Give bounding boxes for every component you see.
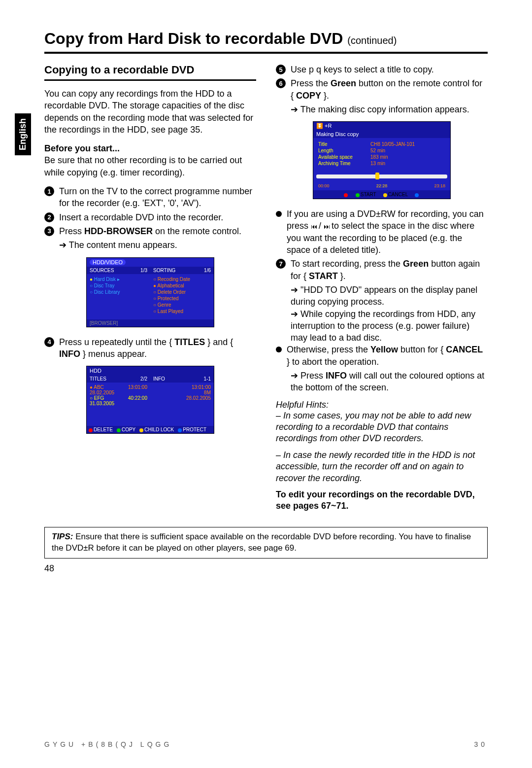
- bullet-cancel-result: Press INFO will call out the coloured op…: [291, 370, 488, 394]
- bullet-cancel: Otherwise, press the Yellow button for {…: [276, 344, 488, 368]
- footer-left: GYGU +B(8B(QJ LQGG: [44, 740, 172, 748]
- hint-1: – In some cases, you may not be able to …: [276, 410, 488, 445]
- step-3: 3 Press HDD-BROWSER on the remote contro…: [44, 225, 256, 237]
- step-number-icon: 6: [276, 78, 286, 88]
- page-title: Copy from Hard Disk to recordable DVD (c…: [44, 30, 488, 54]
- cross-reference: To edit your recordings on the recordabl…: [276, 489, 488, 512]
- page-number: 48: [44, 563, 488, 574]
- bullet-icon: [276, 211, 282, 217]
- step-number-icon: 3: [44, 226, 54, 236]
- step-number-icon: 7: [276, 259, 286, 269]
- columns: Copying to a recordable DVD You can copy…: [44, 64, 488, 512]
- screenshot-titles: HDD TITLES2/2 ● ABC 28.02.200513:01:00 ○…: [86, 366, 214, 434]
- step-6: 6 Press the Green button on the remote c…: [276, 77, 488, 102]
- left-column: Copying to a recordable DVD You can copy…: [44, 64, 256, 512]
- step-2: 2 Insert a recordable DVD into the recor…: [44, 211, 256, 223]
- screenshot-browser: HDD/VIDEO SOURCES1/3 ● Hard Disk ▸ ○ Dis…: [86, 257, 214, 327]
- step-number-icon: 2: [44, 212, 54, 222]
- footer: GYGU +B(8B(QJ LQGG 30: [44, 740, 488, 748]
- language-tab: English: [15, 113, 31, 155]
- right-column: 5 Use p q keys to select a title to copy…: [276, 64, 488, 512]
- step-1: 1 Turn on the TV to the correct programm…: [44, 185, 256, 209]
- step-7: 7 To start recording, press the Green bu…: [276, 258, 488, 282]
- step-7-result-1: "HDD TO DVD" appears on the display pane…: [291, 284, 488, 308]
- bullet-dvdrw: If you are using a DVD±RW for recording,…: [276, 208, 488, 256]
- footer-right: 30: [474, 740, 488, 748]
- step-7-result-2: While copying the recordings from HDD, a…: [291, 308, 488, 344]
- screenshot-making-disc: ⏬ +R Making Disc copy TitleCH8 10/05-JAN…: [313, 121, 451, 199]
- step-3-result: The content menu appears.: [59, 239, 256, 251]
- step-6-result: The making disc copy information appears…: [291, 104, 488, 115]
- hints-title: Helpful Hints:: [276, 400, 488, 410]
- step-number-icon: 4: [44, 337, 54, 347]
- manual-page: English Copy from Hard Disk to recordabl…: [0, 0, 532, 768]
- step-number-icon: 1: [44, 186, 54, 196]
- tips-box: TIPS: Ensure that there is sufficient sp…: [44, 527, 488, 559]
- bullet-icon: [276, 347, 282, 352]
- section-heading: Copying to a recordable DVD: [44, 64, 256, 81]
- skip-back-icon: ⏮: [311, 223, 316, 230]
- step-number-icon: 5: [276, 65, 286, 74]
- hint-2: – In case the newly recorded title in th…: [276, 450, 488, 484]
- intro-text: You can copy any recordings from the HDD…: [44, 88, 256, 136]
- step-5: 5 Use p q keys to select a title to copy…: [276, 64, 488, 75]
- skip-forward-icon: ⏭: [324, 223, 329, 230]
- step-4: 4 Press u repeatedly until the { TITLES …: [44, 336, 256, 360]
- before-start: Before you start... Be sure that no othe…: [44, 142, 256, 178]
